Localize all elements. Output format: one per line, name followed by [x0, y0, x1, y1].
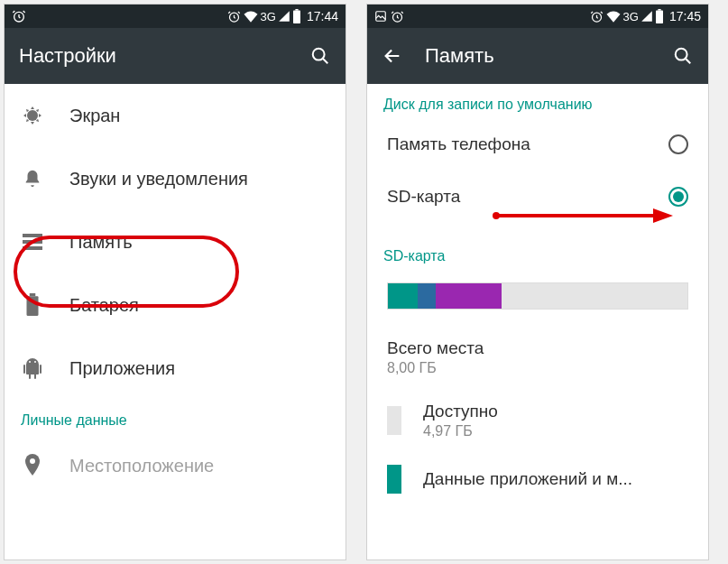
android-icon: [21, 356, 44, 380]
storage-seg: [436, 283, 502, 309]
screenshot-icon: [374, 10, 387, 23]
info-value: 8,00 ГБ: [387, 360, 688, 376]
status-bar: 3G 17:45: [367, 5, 708, 28]
radio-sd-card[interactable]: SD-карта: [367, 171, 708, 223]
radio-selected-icon: [668, 187, 688, 207]
signal-icon: [278, 10, 290, 23]
settings-item-battery[interactable]: Батарея: [5, 273, 346, 337]
svg-rect-7: [23, 240, 42, 244]
settings-item-apps[interactable]: Приложения: [5, 337, 346, 400]
svg-rect-11: [26, 365, 39, 374]
apps-data-row[interactable]: Данные приложений и м...: [367, 452, 708, 506]
status-bar: 3G 17:44: [5, 5, 346, 28]
alarm-icon: [227, 10, 241, 23]
svg-rect-6: [23, 234, 42, 237]
page-title: Настройки: [19, 44, 288, 68]
battery-icon: [655, 9, 664, 23]
settings-item-label: Местоположение: [69, 456, 214, 476]
info-label: Всего места: [387, 338, 688, 358]
svg-rect-8: [23, 246, 42, 250]
svg-point-13: [34, 361, 36, 363]
settings-list: Экран Звуки и уведомления Память Батарея: [5, 84, 346, 497]
location-icon: [21, 454, 44, 477]
svg-rect-10: [30, 293, 36, 296]
brightness-icon: [21, 104, 44, 127]
storage-seg: [502, 283, 687, 309]
settings-item-sound[interactable]: Звуки и уведомления: [5, 147, 346, 210]
svg-point-20: [676, 49, 687, 60]
alarm-icon: [391, 10, 404, 23]
svg-point-14: [30, 458, 35, 464]
svg-rect-19: [658, 9, 660, 11]
network-3g-label: 3G: [623, 10, 639, 23]
search-icon[interactable]: [309, 45, 331, 67]
svg-point-5: [27, 110, 38, 121]
available-space-row[interactable]: Доступно 4,97 ГБ: [367, 389, 708, 452]
settings-item-label: Память: [69, 232, 133, 253]
storage-seg: [388, 283, 418, 309]
settings-item-label: Экран: [69, 106, 120, 126]
info-label: Доступно: [423, 402, 498, 421]
settings-item-label: Приложения: [69, 358, 175, 379]
radio-unselected-icon: [668, 134, 688, 154]
settings-item-label: Батарея: [69, 295, 139, 316]
alarm-icon: [12, 9, 26, 23]
settings-item-storage[interactable]: Память: [5, 210, 346, 273]
svg-rect-18: [656, 11, 663, 23]
color-swatch: [387, 406, 401, 435]
network-3g-label: 3G: [261, 10, 276, 23]
app-bar: Память: [367, 28, 708, 84]
settings-item-location[interactable]: Местоположение: [5, 434, 346, 497]
search-icon[interactable]: [672, 45, 694, 67]
sd-card-header: SD-карта: [367, 236, 708, 270]
battery-icon: [21, 293, 44, 317]
total-space-row[interactable]: Всего места 8,00 ГБ: [367, 329, 708, 389]
page-title: Память: [425, 44, 650, 68]
settings-item-label: Звуки и уведомления: [69, 169, 248, 190]
phone-left: 3G 17:44 Настройки Экран Звуки и у: [4, 4, 346, 560]
back-icon[interactable]: [382, 45, 403, 67]
info-value: 4,97 ГБ: [423, 423, 498, 439]
svg-point-12: [29, 361, 31, 363]
wifi-icon: [605, 10, 622, 23]
clock-time: 17:44: [307, 9, 338, 23]
battery-icon: [292, 9, 301, 23]
storage-seg: [418, 283, 436, 309]
radio-label: Память телефона: [387, 134, 530, 154]
alarm-icon: [590, 10, 604, 23]
svg-rect-3: [295, 9, 298, 11]
storage-usage-bar: [387, 282, 688, 310]
bell-icon: [21, 167, 44, 190]
info-label: Данные приложений и м...: [423, 469, 632, 489]
wifi-icon: [243, 10, 259, 23]
clock-time: 17:45: [669, 9, 701, 23]
svg-rect-2: [293, 11, 300, 23]
color-swatch: [387, 465, 401, 494]
svg-point-4: [313, 49, 325, 60]
storage-icon: [21, 230, 44, 254]
section-personal: Личные данные: [5, 400, 346, 434]
radio-label: SD-карта: [387, 187, 460, 207]
settings-item-display[interactable]: Экран: [5, 84, 346, 147]
svg-rect-9: [27, 296, 39, 316]
radio-phone-storage[interactable]: Память телефона: [367, 118, 708, 171]
signal-icon: [640, 10, 653, 23]
phone-right: 3G 17:45 Память Диск для записи по умолч…: [366, 4, 709, 560]
app-bar: Настройки: [5, 28, 346, 84]
default-write-header: Диск для записи по умолчанию: [367, 84, 708, 118]
storage-content: Диск для записи по умолчанию Память теле…: [367, 84, 708, 506]
